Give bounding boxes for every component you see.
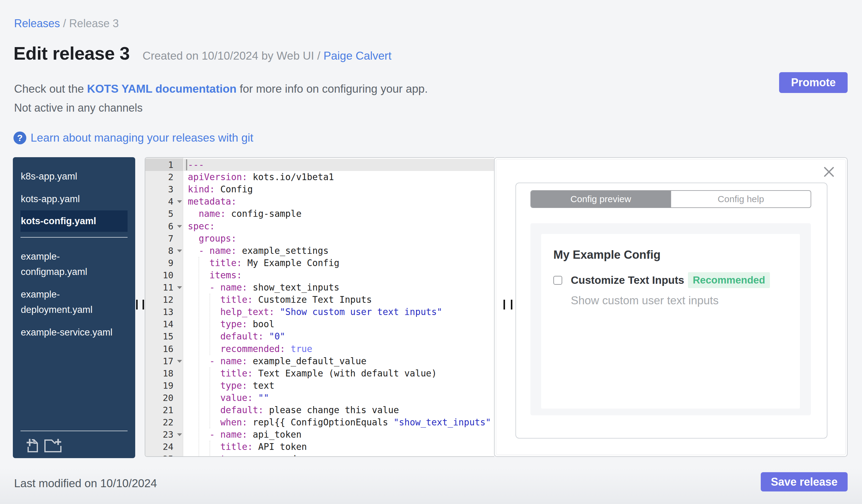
editor-resize-handle-left-bar2[interactable] [143,300,144,309]
gutter-line-5: 5 [145,208,183,220]
file-item-k8s-app.yaml[interactable]: k8s-app.yaml [13,165,135,188]
title-row: Edit release 3 Created on 10/10/2024 by … [13,43,392,64]
breadcrumb-separator: / [60,17,69,30]
indent-guide [210,367,210,429]
add-file-icon[interactable] [27,438,38,453]
code-line-1: --- [184,159,494,171]
indent-guide [210,441,210,456]
fold-arrow-icon[interactable] [177,360,182,363]
recommended-badge: Recommended [688,272,770,288]
code-line-18: title: Text Example (with default value) [184,367,494,380]
config-item-row: Customize Text Inputs Recommended [553,272,788,288]
save-release-button[interactable]: Save release [761,472,848,491]
code-line-7: groups: [184,233,494,245]
question-icon: ? [13,132,26,144]
gutter-line-24: 24 [145,441,183,453]
gutter-line-2: 2 [145,171,183,183]
page-title: Edit release 3 [13,43,130,64]
gutter-line-7: 7 [145,233,183,245]
last-modified-text: Last modified on 10/10/2024 [14,477,157,490]
config-item-help-text: Show custom user text inputs [571,294,788,307]
file-item-example-service.yaml[interactable]: example-service.yaml [13,321,135,344]
code-line-15: default: "0" [184,330,494,343]
gutter-line-13: 13 [145,306,183,318]
code-line-4: metadata: [184,196,494,208]
gutter-line-14: 14 [145,318,183,330]
code-line-20: value: "" [184,392,494,404]
sidebar-divider [21,237,128,238]
gutter-line-18: 18 [145,367,183,380]
kots-yaml-doc-link[interactable]: KOTS YAML documentation [87,82,237,95]
channel-status: Not active in any channels [14,102,143,115]
learn-row: ? Learn about managing your releases wit… [13,132,253,144]
promote-button[interactable]: Promote [779,72,848,93]
code-line-23: - name: api_token [184,428,494,441]
config-group-title: My Example Config [553,248,788,262]
editor-resize-handle-left-bar1[interactable] [136,300,138,309]
editor-resize-handle-right-bar1[interactable] [504,300,505,309]
created-info: Created on 10/10/2024 by Web UI / Paige … [143,50,392,62]
file-tree-sidebar: k8s-app.yamlkots-app.yamlkots-config.yam… [13,157,135,458]
code-line-25: type: password [184,453,494,456]
gutter-line-17: 17 [145,355,183,367]
fold-arrow-icon[interactable] [177,433,182,436]
file-item-kots-app.yaml[interactable]: kots-app.yaml [13,188,135,210]
editor-gutter: 1234567891011121314151617181920212223242… [145,158,183,456]
add-folder-icon[interactable] [44,438,62,453]
code-line-17: - name: example_default_value [184,355,494,367]
gutter-line-1: 1 [145,159,183,171]
code-line-2: apiVersion: kots.io/v1beta1 [184,171,494,183]
gutter-line-8: 8 [145,245,183,257]
tab-config-preview[interactable]: Config preview [531,191,670,207]
yaml-code-editor[interactable]: 1234567891011121314151617181920212223242… [145,157,494,457]
config-item-checkbox[interactable] [553,276,562,285]
indent-guide [210,294,210,355]
gutter-line-4: 4 [145,196,183,208]
gutter-line-22: 22 [145,416,183,428]
editor-code-area: ---apiVersion: kots.io/v1beta1kind: Conf… [184,158,494,456]
breadcrumb-current: Release 3 [69,17,119,30]
gutter-line-21: 21 [145,404,183,416]
file-item-example-configmap.yaml[interactable]: example-configmap.yaml [13,245,135,283]
fold-arrow-icon[interactable] [177,286,182,289]
code-line-19: type: text [184,380,494,392]
code-line-14: type: bool [184,318,494,330]
breadcrumb-releases-link[interactable]: Releases [14,17,60,30]
code-line-11: - name: show_text_inputs [184,281,494,294]
gutter-line-25: 25 [145,453,183,457]
code-line-9: title: My Example Config [184,257,494,269]
gutter-line-16: 16 [145,343,183,355]
code-line-16: recommended: true [184,343,494,355]
file-item-example-deployment.yaml[interactable]: example-deployment.yaml [13,283,135,321]
kots-info-line: Check out the KOTS YAML documentation fo… [14,82,428,95]
gutter-line-15: 15 [145,330,183,343]
code-line-3: kind: Config [184,183,494,196]
config-item-label: Customize Text Inputs [571,274,684,286]
fold-arrow-icon[interactable] [177,250,182,252]
fold-arrow-icon[interactable] [177,225,182,228]
code-line-13: help_text: "Show custom user text inputs… [184,306,494,318]
close-icon[interactable] [824,167,834,177]
file-item-kots-config.yaml[interactable]: kots-config.yaml [21,210,128,232]
gutter-line-19: 19 [145,380,183,392]
config-tabs: Config preview Config help [531,190,811,208]
config-group-card: My Example Config Customize Text Inputs … [541,234,800,409]
editor-resize-handle-right-bar2[interactable] [511,300,512,309]
created-by-link[interactable]: Paige Calvert [324,50,392,62]
learn-git-link[interactable]: Learn about managing your releases with … [30,132,253,144]
fold-arrow-icon[interactable] [177,200,182,203]
breadcrumb: Releases / Release 3 [14,17,119,30]
editor-caret [186,159,187,170]
gutter-line-11: 11 [145,281,183,294]
gutter-line-6: 6 [145,220,183,233]
code-line-22: when: repl{{ ConfigOptionEquals "show_te… [184,416,494,428]
indent-guide [198,257,199,456]
code-line-8: - name: example_settings [184,245,494,257]
gutter-line-20: 20 [145,392,183,404]
code-line-6: spec: [184,220,494,233]
code-line-21: default: please change this value [184,404,494,416]
tab-config-help[interactable]: Config help [670,191,811,207]
code-line-5: name: config-sample [184,208,494,220]
file-list: k8s-app.yamlkots-app.yamlkots-config.yam… [13,157,135,344]
gutter-line-3: 3 [145,183,183,196]
